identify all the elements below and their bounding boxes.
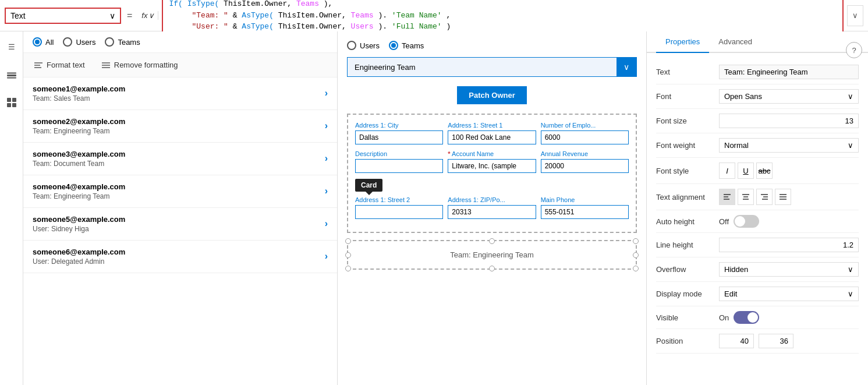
prop-overflow-label: Overflow	[656, 265, 714, 274]
list-item[interactable]: someone6@example.com User: Delegated Adm…	[23, 241, 337, 273]
filter-teams[interactable]: Teams	[105, 37, 140, 47]
owner-users-label: Users	[360, 41, 380, 50]
resize-handle-bc[interactable]	[489, 266, 495, 271]
prop-position-x-input[interactable]	[719, 334, 754, 348]
layers-icon[interactable]	[2, 65, 21, 84]
prop-overflow-dropdown[interactable]: Hidden ∨	[719, 262, 859, 277]
formula-selector[interactable]: Text ∨	[5, 8, 121, 24]
resize-handle-bl[interactable]	[345, 266, 351, 271]
prop-font-value: Open Sans	[724, 92, 762, 101]
prop-row-fontsize: Font size	[656, 109, 859, 133]
chevron-down-icon: ∨	[848, 265, 853, 274]
filter-users-label: Users	[76, 38, 95, 47]
owner-users-option[interactable]: Users	[347, 41, 380, 50]
tab-properties[interactable]: Properties	[656, 31, 709, 53]
field-street1-label: Address 1: Street 1	[448, 122, 536, 129]
help-button[interactable]: ?	[846, 42, 862, 58]
prop-visible-label: Visible	[656, 313, 714, 322]
field-description-label: Description	[355, 150, 443, 157]
resize-handle-br[interactable]	[633, 266, 639, 271]
field-zip-input[interactable]	[448, 205, 536, 219]
field-description: Description	[355, 150, 443, 173]
field-employees-input[interactable]	[541, 130, 629, 144]
visible-toggle[interactable]	[734, 311, 759, 324]
filter-users[interactable]: Users	[63, 37, 95, 47]
strikethrough-icon: abc	[759, 167, 771, 175]
strikethrough-button[interactable]: abc	[756, 163, 773, 179]
owner-teams-option[interactable]: Teams	[389, 41, 424, 50]
list-item[interactable]: someone3@example.com Team: Document Team…	[23, 143, 337, 175]
chevron-right-icon: ›	[325, 186, 328, 196]
text-label-card[interactable]: Team: Engineering Team	[347, 240, 637, 270]
prop-position-y-input[interactable]	[759, 334, 793, 348]
prop-displaymode-value: Edit	[724, 289, 737, 298]
format-text-button[interactable]: Format text	[30, 58, 88, 72]
autoheight-toggle[interactable]	[734, 215, 759, 228]
prop-autoheight-label: Auto height	[656, 217, 714, 226]
list-item[interactable]: someone5@example.com User: Sidney Higa ›	[23, 208, 337, 241]
list-item[interactable]: someone4@example.com Team: Engineering T…	[23, 175, 337, 208]
dropdown-text: Engineering Team	[348, 58, 617, 76]
field-street1-input[interactable]	[448, 130, 536, 144]
align-justify-button[interactable]	[775, 189, 791, 205]
prop-text-input[interactable]	[719, 65, 859, 79]
form-row-3: Address 1: Street 2 Address 1: ZIP/Po...…	[355, 196, 629, 219]
chevron-down-icon: ∨	[109, 11, 115, 20]
field-revenue: Annual Revenue	[541, 150, 629, 173]
patch-owner-button[interactable]: Patch Owner	[457, 86, 526, 104]
svg-rect-4	[12, 98, 16, 102]
resize-handle-tc[interactable]	[489, 238, 495, 244]
italic-button[interactable]: I	[719, 163, 735, 179]
hamburger-menu-icon[interactable]: ☰	[2, 37, 21, 56]
prop-row-overflow: Overflow Hidden ∨	[656, 257, 859, 282]
field-city-input[interactable]	[355, 130, 443, 144]
field-city-label: Address 1: City	[355, 122, 443, 129]
autoheight-off-label: Off	[719, 217, 729, 226]
radio-teams-circle	[389, 41, 398, 50]
prop-lineheight-input[interactable]	[719, 238, 859, 252]
filter-bar: All Users Teams	[23, 31, 337, 53]
card-tooltip-wrapper: Card	[355, 179, 629, 196]
field-revenue-label: Annual Revenue	[541, 150, 629, 157]
list-items: someone1@example.com Team: Sales Team › …	[23, 77, 337, 385]
field-description-input[interactable]	[355, 159, 443, 173]
resize-handle-tl[interactable]	[345, 238, 351, 244]
field-revenue-input[interactable]	[541, 159, 629, 173]
field-account-name-input[interactable]	[448, 159, 536, 173]
prop-fontsize-input[interactable]	[719, 114, 859, 128]
grid-icon[interactable]	[2, 93, 21, 112]
prop-row-position: Position	[656, 329, 859, 354]
main-layout: ☰ All	[0, 31, 868, 385]
formula-bar: Text ∨ = fx ∨ If( IsType( ThisItem.Owner…	[0, 0, 868, 31]
list-item[interactable]: someone1@example.com Team: Sales Team ›	[23, 77, 337, 110]
svg-rect-3	[7, 98, 11, 102]
filter-all[interactable]: All	[33, 37, 54, 47]
align-center-button[interactable]	[738, 189, 754, 205]
prop-font-dropdown[interactable]: Open Sans ∨	[719, 89, 859, 104]
prop-font-label: Font	[656, 92, 714, 101]
prop-fontsize-label: Font size	[656, 116, 714, 125]
align-right-button[interactable]	[756, 189, 773, 205]
field-street2-input[interactable]	[355, 205, 443, 219]
tab-advanced[interactable]: Advanced	[709, 31, 761, 53]
prop-lineheight-label: Line height	[656, 241, 714, 249]
formula-expand-button[interactable]: ∨	[847, 5, 863, 26]
formula-fx-button[interactable]: fx ∨	[138, 11, 158, 20]
remove-formatting-button[interactable]: Remove formatting	[98, 58, 182, 72]
resize-handle-tr[interactable]	[633, 238, 639, 244]
svg-rect-5	[7, 103, 11, 107]
chevron-right-icon: ›	[325, 88, 328, 98]
formula-line2: "Team: " & AsType( ThisItem.Owner, Teams…	[169, 10, 837, 22]
align-left-button[interactable]	[719, 189, 735, 205]
prop-row-autoheight: Auto height Off	[656, 210, 859, 233]
prop-fontweight-dropdown[interactable]: Normal ∨	[719, 138, 859, 153]
owner-dropdown[interactable]: Engineering Team ∨	[347, 57, 637, 77]
prop-displaymode-dropdown[interactable]: Edit ∨	[719, 287, 859, 301]
field-phone-input[interactable]	[541, 205, 629, 219]
sidebar-icons: ☰	[0, 31, 23, 385]
svg-rect-6	[12, 103, 16, 107]
resize-handle-ml[interactable]	[345, 252, 351, 258]
list-item[interactable]: someone2@example.com Team: Engineering T…	[23, 110, 337, 143]
underline-button[interactable]: U	[738, 163, 754, 179]
resize-handle-mr[interactable]	[633, 252, 639, 258]
